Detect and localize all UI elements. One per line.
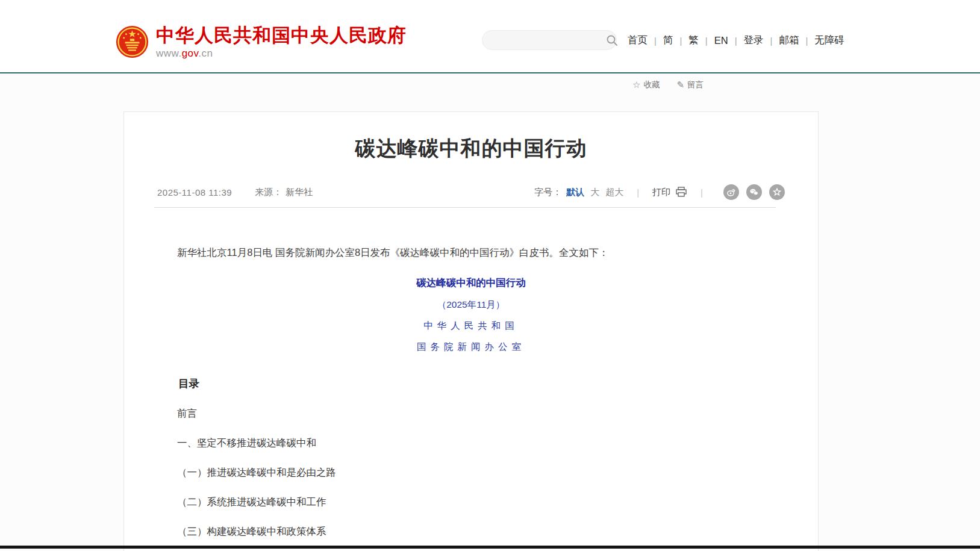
site-header: 中华人民共和国中央人民政府 www.gov.cn 首页 | 简 | 繁 | EN… bbox=[0, 0, 980, 73]
article-card: 碳达峰碳中和的中国行动 2025-11-08 11:39 来源： 新华社 字号：… bbox=[123, 111, 819, 551]
message-label: 留言 bbox=[687, 79, 704, 90]
printer-icon bbox=[675, 187, 687, 198]
site-url: www.gov.cn bbox=[156, 48, 407, 60]
pencil-icon: ✎ bbox=[676, 79, 684, 90]
share-weibo-icon[interactable] bbox=[723, 184, 739, 200]
publish-date: 2025-11-08 11:39 bbox=[157, 187, 232, 198]
print-label: 打印 bbox=[652, 187, 670, 198]
toc-item: （二）系统推进碳达峰碳中和工作 bbox=[177, 496, 785, 509]
meta-right: 字号： 默认 大 超大 | 打印 | bbox=[534, 184, 785, 200]
brand-text: 中华人民共和国中央人民政府 www.gov.cn bbox=[156, 25, 407, 60]
article-meta-row: 2025-11-08 11:39 来源： 新华社 字号： 默认 大 超大 | 打… bbox=[124, 184, 818, 200]
font-size-xlarge-button[interactable]: 超大 bbox=[605, 187, 623, 198]
font-size-label: 字号： bbox=[534, 187, 561, 198]
nav-separator: | bbox=[805, 36, 808, 46]
nav-separator: | bbox=[735, 36, 737, 46]
nav-separator: | bbox=[770, 36, 773, 46]
doc-date: （2025年11月） bbox=[157, 299, 785, 311]
share-more-icon[interactable] bbox=[769, 184, 785, 200]
toc-list: 前言一、坚定不移推进碳达峰碳中和（一）推进碳达峰碳中和是必由之路（二）系统推进碳… bbox=[157, 407, 785, 551]
search-icon[interactable] bbox=[606, 34, 618, 46]
nav-separator: | bbox=[654, 36, 657, 46]
article-body: 新华社北京11月8日电 国务院新闻办公室8日发布《碳达峰碳中和的中国行动》白皮书… bbox=[124, 245, 818, 551]
font-size-large-button[interactable]: 大 bbox=[590, 187, 599, 198]
doc-org-line2: 国务院新闻办公室 bbox=[157, 341, 785, 353]
meta-separator: | bbox=[701, 187, 703, 198]
nav-simplified[interactable]: 简 bbox=[662, 34, 675, 47]
nav-login[interactable]: 登录 bbox=[743, 34, 765, 47]
lead-paragraph: 新华社北京11月8日电 国务院新闻办公室8日发布《碳达峰碳中和的中国行动》白皮书… bbox=[157, 245, 785, 260]
meta-separator: | bbox=[637, 187, 639, 198]
favorite-label: 收藏 bbox=[643, 79, 660, 90]
nav-separator: | bbox=[705, 36, 708, 46]
nav-accessibility[interactable]: 无障碍 bbox=[813, 34, 846, 47]
nav-traditional[interactable]: 繁 bbox=[687, 34, 700, 47]
star-icon: ☆ bbox=[632, 79, 640, 90]
message-button[interactable]: ✎ 留言 bbox=[676, 79, 704, 90]
share-icons bbox=[716, 184, 785, 200]
article-title: 碳达峰碳中和的中国行动 bbox=[124, 135, 818, 163]
toc-heading: 目录 bbox=[178, 376, 785, 391]
toc-item: 前言 bbox=[177, 407, 785, 420]
national-emblem-icon bbox=[116, 25, 149, 58]
doc-org-line1: 中华人民共和国 bbox=[157, 320, 785, 332]
meta-left: 2025-11-08 11:39 来源： 新华社 bbox=[157, 187, 313, 198]
share-wechat-icon[interactable] bbox=[746, 184, 762, 200]
toc-item: （一）推进碳达峰碳中和是必由之路 bbox=[177, 466, 785, 479]
top-nav: 首页 | 简 | 繁 | EN | 登录 | 邮箱 | 无障碍 bbox=[626, 33, 846, 48]
nav-english[interactable]: EN bbox=[713, 35, 729, 46]
source-value[interactable]: 新华社 bbox=[286, 187, 313, 198]
meta-divider bbox=[154, 207, 776, 208]
site-url-gov: gov bbox=[182, 48, 199, 59]
site-url-prefix: www. bbox=[156, 48, 182, 59]
nav-mail[interactable]: 邮箱 bbox=[778, 34, 800, 47]
toc-item: （三）构建碳达峰碳中和政策体系 bbox=[177, 525, 785, 538]
window-bottom-edge bbox=[0, 546, 980, 549]
site-url-suffix: .cn bbox=[198, 48, 213, 59]
nav-separator: | bbox=[679, 36, 682, 46]
site-title: 中华人民共和国中央人民政府 bbox=[156, 25, 407, 46]
print-button[interactable]: 打印 bbox=[652, 187, 687, 198]
search-input[interactable] bbox=[482, 36, 606, 45]
search-box bbox=[482, 30, 617, 50]
toc-item: 一、坚定不移推进碳达峰碳中和 bbox=[177, 437, 785, 450]
favorite-button[interactable]: ☆ 收藏 bbox=[632, 79, 660, 90]
font-size-default-button[interactable]: 默认 bbox=[566, 187, 584, 198]
doc-title: 碳达峰碳中和的中国行动 bbox=[157, 276, 785, 290]
site-logo[interactable]: 中华人民共和国中央人民政府 www.gov.cn bbox=[116, 25, 407, 60]
nav-home[interactable]: 首页 bbox=[626, 34, 649, 47]
page-tools: ☆ 收藏 ✎ 留言 bbox=[632, 79, 720, 90]
source-label: 来源： bbox=[255, 187, 282, 198]
